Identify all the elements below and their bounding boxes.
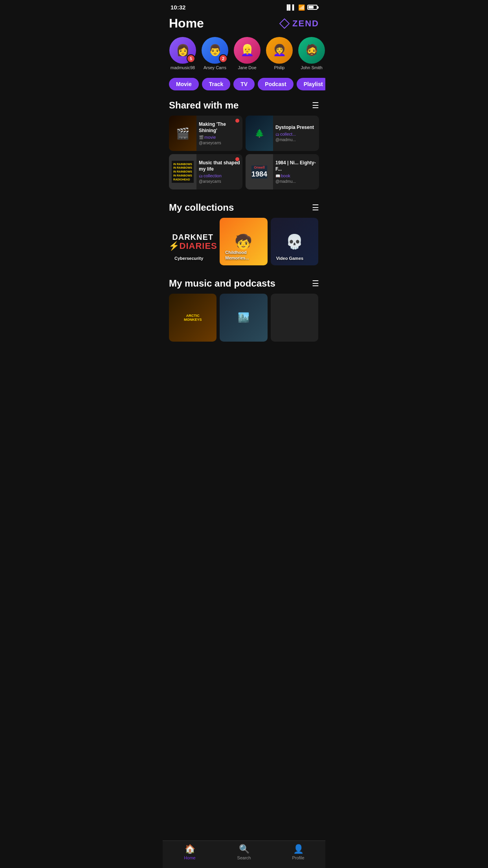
story-name: Arsey Carrs [204, 65, 226, 70]
logo: ZEND [279, 18, 319, 29]
shared-section-title: Shared with me [169, 100, 238, 111]
card-thumb: 🎬 [169, 116, 196, 151]
logo-diamond-icon [279, 18, 290, 29]
list-view-icon[interactable]: ☰ [312, 101, 319, 110]
music-list-icon[interactable]: ☰ [312, 279, 319, 288]
card-info: Dystopia Present 🗂collect... @madmu... [273, 116, 319, 151]
card-title: Making 'The Shining' [199, 121, 240, 134]
music-section-header: My music and podcasts ☰ [163, 275, 325, 294]
story-avatar-wrap[interactable]: 👱‍♀️ [234, 37, 261, 64]
card-user: @madmu... [275, 179, 317, 184]
card-thumb: 🌲 [246, 116, 273, 151]
page-title: Home [169, 16, 204, 31]
collection-label: Cybersecurity [171, 254, 206, 263]
avatar[interactable]: 👩‍🦱 [266, 37, 293, 64]
music-card-2[interactable]: 🏙️ [220, 294, 267, 341]
unread-indicator [235, 157, 239, 161]
collections-section-title: My collections [169, 202, 234, 213]
time-display: 10:32 [171, 4, 185, 11]
shared-card-music[interactable]: IN RAINBOWS IN RAINBOWS IN RAINBOWS IN R… [169, 154, 242, 189]
collections-list-icon[interactable]: ☰ [312, 203, 319, 212]
story-name: John Smith [301, 65, 322, 70]
music-card-3[interactable] [271, 294, 318, 341]
card-title: Music that shaped my life [199, 160, 240, 172]
story-item[interactable]: 🧔 John Smith [298, 37, 325, 70]
card-title: 1984 | Ni... Eighty-F... [275, 160, 317, 172]
card-thumb: IN RAINBOWS IN RAINBOWS IN RAINBOWS IN R… [169, 154, 196, 189]
card-type: 🎬movie [199, 135, 240, 140]
shared-grid: 🎬 Making 'The Shining' 🎬movie @arseycarr… [163, 116, 325, 193]
story-avatar-wrap[interactable]: 👨 2 [202, 37, 228, 64]
stories-row: 👩 5 madmusic98 👨 2 Arsey Carrs 👱‍♀️ Jane… [163, 35, 325, 76]
card-info: 1984 | Ni... Eighty-F... 📖book @madmu... [273, 154, 319, 189]
status-icons: ▐▌▌ 📶 [285, 4, 317, 11]
story-item[interactable]: 👩‍🦱 Philip [266, 37, 293, 70]
filter-movie[interactable]: Movie [169, 78, 199, 90]
story-name: madmusic98 [171, 65, 195, 70]
collections-row: DARKNET ⚡DIARIES Cybersecurity 🧒 Childho… [163, 218, 325, 268]
avatar[interactable]: 👱‍♀️ [234, 37, 261, 64]
header: Home ZEND [163, 13, 325, 35]
collection-card-cybersecurity[interactable]: DARKNET ⚡DIARIES Cybersecurity [169, 218, 216, 265]
music-section-title: My music and podcasts [169, 278, 275, 289]
shared-card-shining[interactable]: 🎬 Making 'The Shining' 🎬movie @arseycarr… [169, 116, 242, 151]
avatar-emoji: 🧔 [305, 45, 319, 56]
card-user: @madmu... [275, 138, 317, 142]
music-thumb-2: 🏙️ [220, 294, 267, 341]
story-avatar-wrap[interactable]: 👩‍🦱 [266, 37, 293, 64]
collection-card-childhood[interactable]: 🧒 ChildhoodMemories... [220, 218, 267, 265]
card-type: 🗂collect... [275, 132, 317, 136]
unread-indicator [235, 119, 239, 123]
signal-icon: ▐▌▌ [285, 4, 296, 10]
card-user: @arseycarrs [199, 179, 240, 184]
story-badge: 5 [187, 54, 195, 63]
story-item[interactable]: 👩 5 madmusic98 [169, 37, 196, 70]
avatar-emoji: 👱‍♀️ [240, 45, 254, 56]
avatar-emoji: 👩 [176, 45, 190, 56]
thumb-shining-bg: 🎬 [169, 116, 196, 151]
card-thumb: Orwell 1984 [246, 154, 273, 189]
filter-tv[interactable]: TV [233, 78, 255, 90]
avatar[interactable]: 🧔 [298, 37, 325, 64]
music-card-1[interactable]: ARCTICMONKEYS [169, 294, 216, 341]
shared-card-1984[interactable]: Orwell 1984 1984 | Ni... Eighty-F... 📖bo… [246, 154, 319, 189]
status-bar: 10:32 ▐▌▌ 📶 [163, 0, 325, 13]
filter-row: Movie Track TV Podcast Playlist Episode [163, 76, 325, 97]
card-type: 📖book [275, 173, 317, 178]
card-title: Dystopia Present [275, 125, 317, 131]
filter-podcast[interactable]: Podcast [258, 78, 293, 90]
story-item[interactable]: 👨 2 Arsey Carrs [201, 37, 229, 70]
filter-playlist[interactable]: Playlist [297, 78, 325, 90]
avatar-emoji: 👩‍🦱 [273, 45, 286, 56]
story-name: Philip [274, 65, 285, 70]
battery-icon [307, 5, 317, 10]
collections-section-header: My collections ☰ [163, 199, 325, 218]
shared-section-header: Shared with me ☰ [163, 97, 325, 116]
music-thumb-1: ARCTICMONKEYS [169, 294, 216, 341]
wifi-icon: 📶 [298, 4, 305, 11]
story-item[interactable]: 👱‍♀️ Jane Doe [233, 37, 261, 70]
thumb-1984-bg: Orwell 1984 [251, 166, 267, 178]
story-name: Jane Doe [238, 65, 256, 70]
logo-text: ZEND [292, 18, 319, 29]
story-avatar-wrap[interactable]: 🧔 [298, 37, 325, 64]
story-avatar-wrap[interactable]: 👩 5 [169, 37, 196, 64]
avatar-emoji: 👨 [208, 45, 222, 56]
thumb-radiohead-bg: IN RAINBOWS IN RAINBOWS IN RAINBOWS IN R… [172, 161, 194, 183]
card-type: 🗂collection [199, 173, 240, 178]
music-row: ARCTICMONKEYS 🏙️ [163, 294, 325, 381]
collection-label: ChildhoodMemories... [222, 247, 252, 263]
filter-track[interactable]: Track [202, 78, 231, 90]
music-thumb-3 [271, 294, 318, 341]
shared-card-dystopia[interactable]: 🌲 Dystopia Present 🗂collect... @madmu... [246, 116, 319, 151]
story-badge: 2 [219, 54, 227, 63]
card-user: @arseycarrs [199, 141, 240, 145]
collection-card-videogames[interactable]: 💀 Video Games [271, 218, 318, 265]
thumb-dystopia-bg: 🌲 [246, 116, 273, 151]
collection-label: Video Games [273, 254, 307, 263]
